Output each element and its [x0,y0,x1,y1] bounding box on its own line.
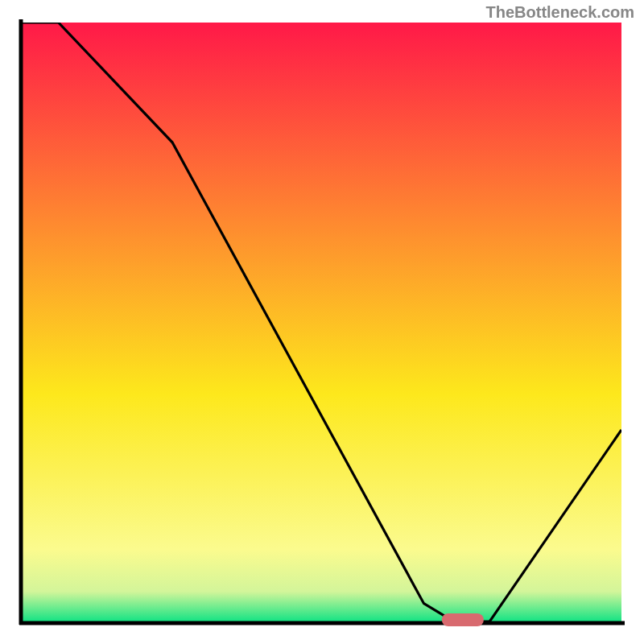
plot-background [23,23,621,621]
optimum-marker [442,613,484,626]
bottleneck-curve-chart [0,0,644,644]
chart-container: TheBottleneck.com [0,0,644,644]
watermark-label: TheBottleneck.com [486,3,634,22]
